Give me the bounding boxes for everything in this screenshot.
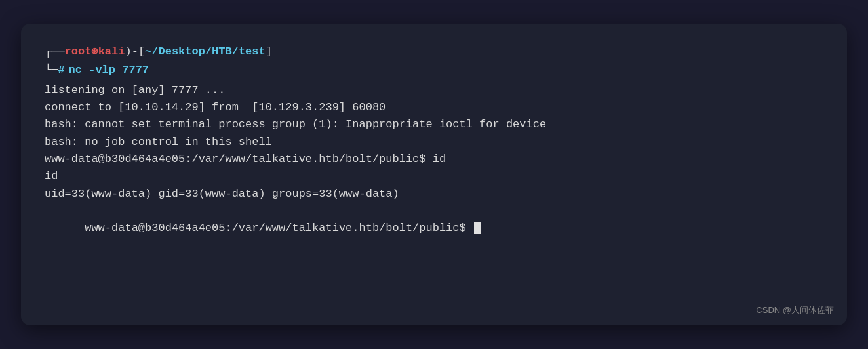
output-line-6: id [45,168,823,185]
output-line-2: connect to [10.10.14.29] from [10.129.3.… [45,99,823,116]
prompt-at-symbol: ⊛ [91,43,98,60]
output-line-8: www-data@b30d464a4e05:/var/www/talkative… [45,203,823,255]
terminal-content: ┌── root ⊛ kali )-[ ~/Desktop/HTB/test ]… [45,43,823,255]
terminal-cursor [474,222,481,234]
output-line-5: www-data@b30d464a4e05:/var/www/talkative… [45,151,823,168]
watermark: CSDN @人间体佐菲 [756,304,834,316]
output-line-4: bash: no job control in this shell [45,134,823,151]
output-line-7: uid=33(www-data) gid=33(www-data) groups… [45,186,823,203]
output-line-3: bash: cannot set terminal process group … [45,116,823,133]
command-line: └─ # nc -vlp 7777 [45,62,823,79]
prompt-path: ~/Desktop/HTB/test [145,43,266,60]
command-text: nc -vlp 7777 [69,62,149,79]
bracket-corner: ┌── [45,43,65,60]
output-line-1: listening on [any] 7777 ... [45,82,823,99]
prompt-host: kali [98,43,125,60]
corner-bracket: └─ [45,62,58,79]
terminal-window: ┌── root ⊛ kali )-[ ~/Desktop/HTB/test ]… [21,24,847,325]
prompt-hash: # [58,62,64,79]
prompt-close-bracket: ] [266,43,272,60]
prompt-separator: )-[ [125,43,145,60]
prompt-user: root [65,43,92,60]
prompt-top-line: ┌── root ⊛ kali )-[ ~/Desktop/HTB/test ] [45,43,823,60]
